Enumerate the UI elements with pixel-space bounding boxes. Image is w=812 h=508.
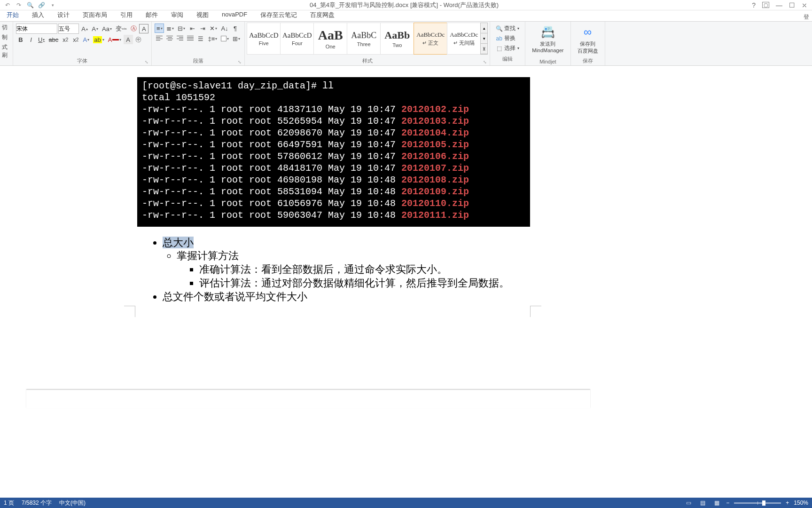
distribute-button[interactable]: ☰ — [196, 34, 205, 43]
zoom-slider[interactable] — [734, 502, 781, 504]
styles-group-label[interactable]: 样式 — [247, 56, 488, 65]
status-page[interactable]: 1 页 — [4, 499, 14, 507]
bullet-exact-method[interactable]: 准确计算法：看到全部数据后，通过命令求实际大小。 — [199, 263, 509, 276]
sort-button[interactable]: A↓ — [219, 24, 229, 33]
format-painter-button[interactable]: 式刷 — [2, 42, 11, 60]
highlight-button[interactable]: ab▾ — [92, 35, 105, 44]
styles-scroll-up[interactable]: ▴ — [481, 23, 487, 33]
font-color-button[interactable]: A▾ — [107, 35, 123, 44]
maximize-icon[interactable]: ☐ — [789, 1, 795, 9]
tab-3[interactable]: 页面布局 — [76, 9, 114, 21]
bullet-estimate-method[interactable]: 评估计算法：通过对部分数据做精细化计算，然后推导到全局数据。 — [199, 277, 509, 290]
align-left-button[interactable] — [155, 34, 164, 43]
align-right-button[interactable] — [175, 34, 185, 43]
strikethrough-button[interactable]: abc — [47, 35, 60, 44]
tab-9[interactable]: 保存至云笔记 — [254, 9, 304, 21]
select-button[interactable]: ⬚选择 ▾ — [494, 43, 521, 53]
numbering-button[interactable]: ≣▾ — [165, 24, 175, 33]
change-case-button[interactable]: Aa▾ — [101, 24, 113, 33]
page-corner-br — [530, 306, 544, 320]
style-item-Two[interactable]: AaBbTwo — [380, 23, 414, 55]
line-spacing-button[interactable]: ‡≡▾ — [206, 34, 219, 43]
superscript-button[interactable]: x2 — [71, 35, 80, 44]
help-icon[interactable]: ? — [752, 1, 756, 9]
replace-button[interactable]: ab替换 — [494, 33, 521, 43]
window-controls: ? ▢ — ☐ ⤫ — [752, 1, 810, 9]
terminal-row-4: -rw-r--r--. 1 root root 57860612 May 19 … — [142, 151, 525, 162]
bold-button[interactable]: B — [16, 35, 25, 44]
style-item-One[interactable]: AaBOne — [313, 23, 347, 55]
shading-button[interactable]: ▾ — [219, 34, 230, 43]
char-shading-button[interactable]: A — [124, 35, 133, 44]
subscript-button[interactable]: x2 — [61, 35, 70, 44]
bullets-button[interactable]: ≡▾ — [155, 24, 164, 33]
asian-para-button[interactable]: ✕▾ — [208, 24, 219, 33]
copy-button[interactable]: 制 — [2, 32, 11, 42]
close-icon[interactable]: ⤫ — [802, 1, 807, 9]
styles-expand[interactable]: ⊻ — [481, 44, 487, 54]
zoom-level[interactable]: 150% — [794, 500, 808, 506]
tab-10[interactable]: 百度网盘 — [304, 9, 341, 21]
grow-font-button[interactable]: A▴ — [80, 24, 89, 33]
font-group-label[interactable]: 字体 — [15, 56, 149, 65]
style-item-Four[interactable]: AaBbCcDFour — [280, 23, 314, 55]
style-item-Three[interactable]: AaBbCThree — [347, 23, 381, 55]
clear-format-button[interactable]: Ⓐ — [129, 24, 138, 33]
style-item-↵ 正文[interactable]: AaBbCcDc↵ 正文 — [414, 23, 447, 55]
text-effects-button[interactable]: A▾ — [81, 35, 91, 44]
italic-button[interactable]: I — [26, 35, 36, 44]
underline-button[interactable]: U▾ — [37, 35, 46, 44]
save-to-baidu-button[interactable]: ∞ 保存到 百度网盘 — [573, 23, 603, 56]
justify-button[interactable] — [186, 34, 195, 43]
baidu-icon: ∞ — [580, 24, 595, 40]
styles-scroll-down[interactable]: ▾ — [481, 33, 487, 44]
tab-1[interactable]: 插入 — [25, 9, 51, 21]
redo-icon[interactable]: ↷ — [15, 1, 23, 9]
tab-6[interactable]: 审阅 — [164, 9, 190, 21]
document-text[interactable]: 总大小 掌握计算方法 准确计算法：看到全部数据后，通过命令求实际大小。 评估计算… — [148, 236, 509, 304]
show-marks-button[interactable]: ¶ — [231, 24, 240, 33]
align-center-button[interactable] — [165, 34, 174, 43]
bullet-file-count[interactable]: 总文件个数或者说平均文件大小 — [163, 290, 509, 303]
paragraph-group-label[interactable]: 段落 — [154, 56, 242, 65]
print-preview-icon[interactable]: 🔍 — [26, 1, 34, 9]
multilevel-list-button[interactable]: ⊟▾ — [176, 24, 187, 33]
status-language[interactable]: 中文(中国) — [59, 499, 86, 507]
send-to-mindmanager-button[interactable]: 📇 发送到 MindManager — [527, 23, 568, 55]
style-item-Five[interactable]: AaBbCcDFive — [247, 23, 281, 55]
tab-0[interactable]: 开始 — [0, 9, 25, 21]
tab-8[interactable]: novaPDF — [215, 9, 254, 21]
font-size-select[interactable] — [58, 24, 79, 34]
terminal-prompt: [root@sc-slave11 day_zip_data]# ll — [142, 80, 525, 92]
font-name-select[interactable] — [16, 24, 57, 34]
view-print-icon[interactable]: ▤ — [698, 499, 707, 507]
minimize-icon[interactable]: — — [776, 1, 782, 9]
find-button[interactable]: 🔍查找 ▾ — [494, 24, 521, 33]
undo-icon[interactable]: ↶ — [4, 1, 11, 9]
document-area[interactable]: [root@sc-slave11 day_zip_data]# ll total… — [0, 66, 812, 498]
bullet-total-size[interactable]: 总大小 掌握计算方法 准确计算法：看到全部数据后，通过命令求实际大小。 评估计算… — [163, 236, 509, 290]
cut-button[interactable]: 切 — [2, 23, 11, 32]
sync-icon[interactable]: 🔗 — [38, 1, 45, 9]
tab-4[interactable]: 引用 — [114, 9, 139, 21]
tab-7[interactable]: 视图 — [190, 9, 215, 21]
borders-button[interactable]: ⊞▾ — [231, 34, 242, 43]
increase-indent-button[interactable]: ⇥ — [198, 24, 207, 33]
asian-layout-button[interactable]: ㊥ — [134, 35, 143, 44]
view-web-icon[interactable]: ▦ — [712, 499, 721, 507]
enclose-char-button[interactable]: A — [139, 24, 148, 33]
decrease-indent-button[interactable]: ⇤ — [187, 24, 197, 33]
zoom-out-button[interactable]: − — [726, 500, 729, 506]
zoom-in-button[interactable]: + — [786, 500, 789, 506]
login-button[interactable]: 登 — [804, 13, 812, 21]
phonetic-guide-button[interactable]: 变win — [114, 24, 128, 33]
bullet-methods[interactable]: 掌握计算方法 — [177, 249, 509, 262]
tab-5[interactable]: 邮件 — [139, 9, 164, 21]
tab-2[interactable]: 设计 — [51, 9, 76, 21]
ribbon-collapse-icon[interactable]: ▢ — [762, 2, 769, 8]
status-words[interactable]: 7/5832 个字 — [22, 499, 52, 507]
style-item-↵ 无间隔[interactable]: AaBbCcDc↵ 无间隔 — [447, 23, 481, 55]
view-read-icon[interactable]: ▭ — [684, 499, 693, 507]
shrink-font-button[interactable]: A▾ — [90, 24, 100, 33]
qat-dropdown-icon[interactable]: ▾ — [49, 1, 56, 9]
